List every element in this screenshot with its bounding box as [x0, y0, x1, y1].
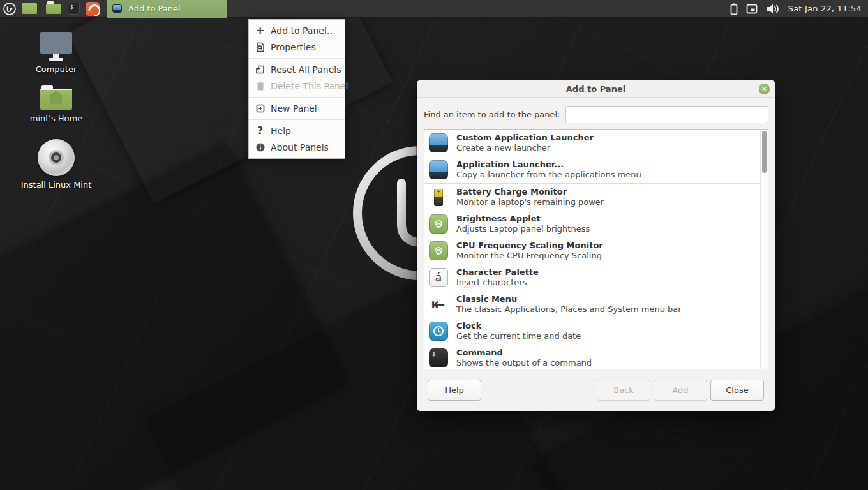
window-icon [112, 4, 122, 13]
computer-icon [11, 32, 101, 61]
list-item-command[interactable]: $_ Command Shows the output of a command [424, 345, 760, 369]
list-item-character-palette[interactable]: á Character Palette Insert characters [424, 264, 760, 291]
menu-item-label: About Panels [271, 142, 329, 152]
item-title: Clock [456, 321, 581, 331]
info-icon [255, 142, 266, 153]
plus-icon: + [255, 26, 266, 36]
display-icon[interactable] [745, 2, 759, 16]
close-button[interactable]: Close [710, 380, 764, 401]
desktop-icon-computer[interactable]: Computer [11, 32, 101, 74]
menu-separator [249, 119, 345, 120]
item-desc: Monitor the CPU Frequency Scaling [456, 251, 603, 261]
clock-icon [429, 322, 448, 341]
list-item-classic-menu[interactable]: ⇤ Classic Menu The classic Applications,… [424, 291, 760, 318]
item-title: Classic Menu [456, 294, 682, 304]
menu-item-about-panels[interactable]: About Panels [249, 139, 345, 156]
menu-item-delete-this-panel: Delete This Panel [249, 78, 345, 94]
list-item-clock[interactable]: Clock Get the current time and date [424, 318, 760, 345]
taskbar-item-label: Add to Panel [128, 4, 181, 13]
item-title: CPU Frequency Scaling Monitor [456, 241, 603, 251]
dialog-titlebar[interactable]: Add to Panel ✕ [417, 80, 775, 98]
item-title: Character Palette [456, 267, 539, 278]
list-scrollbar[interactable] [760, 130, 768, 369]
close-icon[interactable]: ✕ [759, 84, 770, 94]
character-palette-icon: á [429, 268, 448, 287]
taskbar-item-add-to-panel[interactable]: Add to Panel [107, 0, 227, 18]
launcher-icon [429, 160, 448, 179]
item-title: Application Launcher... [456, 160, 641, 170]
desktop-icon-install[interactable]: Install Linux Mint [11, 139, 101, 189]
menu-item-label: Add to Panel… [271, 26, 336, 36]
panel-context-menu: + Add to Panel… Properties Reset All Pan… [248, 19, 345, 159]
menu-item-help[interactable]: ? Help [249, 122, 345, 139]
item-desc: Copy a launcher from the applications me… [456, 170, 641, 180]
item-desc: Adjusts Laptop panel brightness [456, 224, 590, 234]
menu-item-add-to-panel[interactable]: + Add to Panel… [249, 22, 345, 39]
desktop-icon-label: mint's Home [11, 114, 101, 123]
item-desc: Monitor a laptop's remaining power [456, 197, 604, 207]
menu-item-new-panel[interactable]: New Panel [249, 100, 345, 117]
help-button[interactable]: Help [428, 380, 481, 401]
back-button: Back [597, 380, 650, 401]
item-desc: Get the current time and date [456, 331, 581, 341]
menu-item-label: New Panel [271, 103, 317, 114]
item-desc: The classic Applications, Places and Sys… [456, 304, 682, 315]
folder-icon[interactable] [46, 4, 61, 14]
list-item-cpu-frequency-scaling-monitor[interactable]: CPU Frequency Scaling Monitor Monitor th… [424, 237, 760, 264]
command-icon: $_ [429, 348, 448, 368]
menu-item-label: Help [271, 126, 291, 136]
find-item-label: Find an item to add to the panel: [424, 110, 560, 119]
firefox-icon[interactable] [86, 2, 100, 16]
item-title: Command [456, 348, 592, 358]
desktop-icon-label: Computer [11, 64, 101, 74]
system-tray: Sat Jan 22, 11:54 [726, 2, 868, 16]
battery-icon [429, 188, 448, 207]
volume-icon[interactable] [765, 2, 781, 16]
menu-item-properties[interactable]: Properties [249, 39, 345, 56]
list-item-brightness-applet[interactable]: Brightness Applet Adjusts Laptop panel b… [424, 211, 760, 237]
terminal-icon[interactable]: $_ [68, 3, 80, 15]
launcher-icon [429, 133, 448, 152]
add-to-panel-dialog: Add to Panel ✕ Find an item to add to th… [417, 80, 775, 411]
find-item-input[interactable] [565, 106, 769, 123]
menu-item-reset-all-panels[interactable]: Reset All Panels [249, 61, 345, 78]
panel-clock[interactable]: Sat Jan 22, 11:54 [788, 4, 862, 13]
list-item-battery-charge-monitor[interactable]: Battery Charge Monitor Monitor a laptop'… [424, 184, 760, 211]
list-item-custom-application-launcher[interactable]: Custom Application Launcher Create a new… [424, 130, 760, 156]
question-icon: ? [255, 126, 266, 137]
new-panel-icon [255, 103, 266, 114]
menu-separator [249, 58, 345, 59]
desktop-icon-label: Install Linux Mint [11, 180, 101, 189]
brightness-icon [429, 214, 448, 234]
cpufreq-icon [429, 241, 448, 260]
applet-list: Custom Application Launcher Create a new… [424, 129, 768, 369]
top-panel: $_ Add to Panel Sat Jan 22, 11:54 [0, 0, 868, 18]
scrollbar-thumb[interactable] [762, 131, 767, 173]
home-folder-icon [40, 85, 72, 110]
dialog-title: Add to Panel [566, 84, 625, 94]
file-manager-icon[interactable] [22, 3, 37, 14]
trash-icon [255, 81, 266, 92]
item-desc: Shows the output of a command [456, 358, 592, 368]
item-desc: Create a new launcher [456, 143, 594, 153]
mint-menu-icon[interactable] [0, 0, 19, 18]
item-title: Brightness Applet [456, 214, 590, 224]
reset-icon [255, 64, 266, 75]
battery-icon[interactable] [730, 2, 738, 16]
list-item-application-launcher[interactable]: Application Launcher... Copy a launcher … [424, 156, 760, 184]
item-title: Custom Application Launcher [456, 133, 594, 143]
install-disc-icon [38, 139, 75, 176]
menu-separator [249, 97, 345, 98]
item-desc: Insert characters [456, 278, 539, 288]
add-button: Add [654, 380, 707, 401]
menu-item-label: Properties [271, 42, 316, 52]
menu-item-label: Reset All Panels [271, 64, 341, 75]
menu-item-label: Delete This Panel [271, 81, 348, 91]
desktop-icon-home[interactable]: mint's Home [11, 85, 101, 123]
classic-menu-icon: ⇤ [429, 295, 448, 314]
item-title: Battery Charge Monitor [456, 187, 604, 197]
properties-icon [255, 42, 266, 53]
